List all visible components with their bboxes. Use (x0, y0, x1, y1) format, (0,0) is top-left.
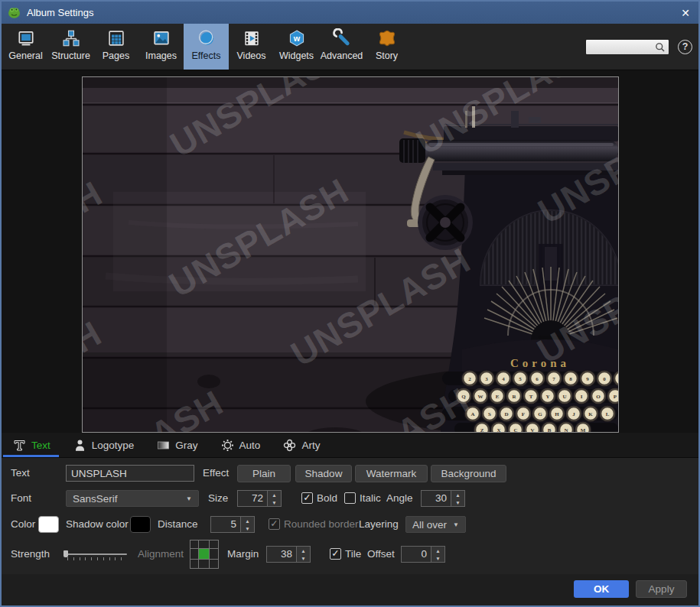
toolbar-item-widgets[interactable]: w Widgets (274, 24, 319, 70)
spinner-up-icon[interactable] (451, 491, 464, 498)
svg-text:O: O (596, 394, 601, 400)
tab-text[interactable]: Text (2, 433, 62, 457)
angle-value: 30 (422, 491, 451, 506)
svg-text:N: N (564, 427, 568, 432)
alignment-label: Alignment (138, 546, 184, 563)
photo-preview: Corona 234567890-QWERTYUIOPASDFGHJKLZXCV… (82, 76, 619, 433)
toolbar-item-pages[interactable]: Pages (93, 24, 138, 70)
advanced-icon (332, 28, 352, 48)
pages-icon (106, 28, 126, 48)
tile-checkbox[interactable] (330, 548, 341, 560)
toolbar-item-story[interactable]: Story (364, 24, 409, 70)
toolbar-item-structure[interactable]: Structure (48, 24, 93, 70)
story-icon (377, 28, 397, 48)
svg-text:K: K (588, 411, 593, 417)
effect-watermark-button[interactable]: Watermark (355, 465, 428, 482)
color-swatch[interactable] (38, 516, 59, 533)
size-label: Size (208, 490, 228, 507)
spinner-down-icon[interactable] (268, 498, 281, 506)
toolbar-item-effects[interactable]: Effects (184, 24, 229, 70)
spinner-down-icon[interactable] (451, 498, 464, 506)
svg-text:7: 7 (552, 376, 555, 382)
chevron-down-icon (447, 521, 459, 528)
margin-spinner[interactable]: 38 (266, 546, 311, 563)
spinner-up-icon[interactable] (431, 547, 444, 554)
toolbar-item-videos[interactable]: Videos (229, 24, 274, 70)
search-box (585, 39, 669, 55)
effect-shadow-button[interactable]: Shadow (295, 465, 352, 482)
tab-auto[interactable]: Auto (210, 433, 272, 457)
help-button[interactable]: ? (678, 40, 692, 54)
font-select[interactable]: SansSerif (66, 490, 199, 507)
rounded-border-checkbox (269, 518, 280, 530)
arty-icon (283, 439, 296, 452)
tab-logotype[interactable]: Logotype (62, 433, 146, 457)
search-input[interactable] (586, 40, 654, 54)
toolbar-item-advanced[interactable]: Advanced (319, 24, 364, 70)
spinner-down-icon[interactable] (241, 524, 254, 532)
tab-label: Logotype (92, 440, 135, 451)
italic-checkbox[interactable] (344, 492, 356, 504)
alignment-center-cell (199, 549, 210, 560)
svg-text:0: 0 (603, 376, 606, 382)
bold-checkbox[interactable] (301, 492, 313, 504)
chevron-down-icon (180, 495, 192, 502)
svg-text:L: L (606, 411, 610, 417)
layering-label: Layering (359, 516, 399, 533)
spinner-up-icon[interactable] (297, 547, 310, 554)
app-logo-icon (8, 6, 21, 19)
slider-thumb[interactable] (63, 550, 68, 557)
svg-text:6: 6 (536, 376, 539, 382)
strength-label: Strength (11, 546, 50, 563)
svg-text:P: P (614, 394, 617, 400)
slider-ticks (67, 557, 127, 560)
margin-value: 38 (267, 547, 296, 562)
spinner-up-icon[interactable] (241, 517, 254, 524)
distance-spinner[interactable]: 5 (210, 516, 255, 533)
layering-select[interactable]: All over (405, 516, 466, 533)
svg-text:2: 2 (468, 376, 471, 382)
size-value: 72 (238, 491, 267, 506)
svg-text:T: T (529, 394, 533, 400)
effect-background-button[interactable]: Background (431, 465, 506, 482)
toolbar-item-general[interactable]: General (3, 24, 48, 70)
svg-text:D: D (504, 411, 508, 417)
color-label: Color (11, 516, 35, 533)
toolbar-item-label: General (8, 50, 42, 61)
effect-plain-button[interactable]: Plain (237, 465, 291, 482)
typewriter-photo: Corona 234567890-QWERTYUIOPASDFGHJKLZXCV… (83, 77, 618, 432)
watermark-text-input[interactable] (66, 465, 194, 482)
spinner-up-icon[interactable] (268, 491, 281, 498)
dialog-footer: OK Apply (2, 574, 698, 605)
bold-label: Bold (317, 490, 337, 507)
search-icon (654, 41, 666, 53)
preview-area: Corona 234567890-QWERTYUIOPASDFGHJKLZXCV… (2, 70, 698, 433)
svg-text:J: J (572, 411, 575, 417)
shadow-color-swatch[interactable] (130, 516, 151, 533)
svg-text:U: U (562, 394, 566, 400)
strength-slider[interactable] (63, 548, 129, 563)
toolbar-item-images[interactable]: Images (138, 24, 184, 70)
images-icon (151, 28, 171, 48)
window-title: Album Settings (27, 7, 93, 18)
structure-icon (61, 28, 81, 48)
slider-track[interactable] (67, 553, 127, 555)
text-effect-settings: Text Effect Plain Shadow Watermark Backg… (2, 458, 698, 574)
alignment-grid (190, 540, 219, 569)
effects-tabbar: Text Logotype Gray (2, 433, 698, 458)
text-label: Text (11, 465, 30, 482)
spinner-down-icon[interactable] (297, 554, 310, 562)
shadow-color-label: Shadow color (66, 516, 129, 533)
size-spinner[interactable]: 72 (237, 490, 282, 507)
tab-arty[interactable]: Arty (272, 433, 331, 457)
offset-label: Offset (367, 546, 395, 563)
close-button[interactable]: ✕ (672, 2, 698, 24)
tab-label: Text (31, 440, 50, 451)
ok-button[interactable]: OK (574, 580, 629, 598)
svg-text:X: X (497, 427, 500, 432)
offset-spinner[interactable]: 0 (401, 546, 445, 563)
apply-button[interactable]: Apply (636, 580, 687, 598)
spinner-down-icon[interactable] (431, 554, 444, 562)
tab-gray[interactable]: Gray (145, 433, 209, 457)
angle-spinner[interactable]: 30 (421, 490, 465, 507)
